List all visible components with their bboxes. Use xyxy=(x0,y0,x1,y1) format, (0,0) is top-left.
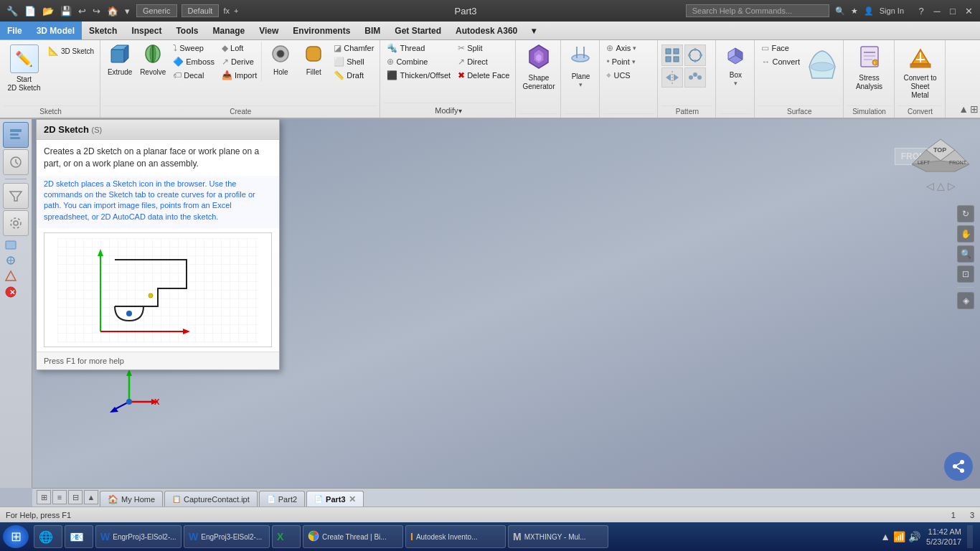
thread-button[interactable]: 🔩 Thread xyxy=(384,42,453,55)
menu-item-manage[interactable]: Manage xyxy=(206,22,253,39)
tree-item-error[interactable]: ✕ xyxy=(3,285,29,299)
taskbar-ie[interactable]: 🌐 xyxy=(34,525,62,548)
axis-dropdown-icon[interactable]: ▾ xyxy=(633,44,636,52)
menu-item-tools[interactable]: Tools xyxy=(169,22,205,39)
menu-item-file[interactable]: File xyxy=(0,22,29,39)
search-icon[interactable]: 🔍 xyxy=(835,6,845,16)
combine-button[interactable]: ⊕ Combine xyxy=(384,55,453,68)
share-button[interactable] xyxy=(944,452,973,481)
close-button[interactable]: ✕ xyxy=(961,4,976,18)
signin-label[interactable]: Sign In xyxy=(880,6,904,15)
import-button[interactable]: 📥 Import xyxy=(219,69,260,82)
chamfer-button[interactable]: ◪ Chamfer xyxy=(331,42,377,55)
systray-network-icon[interactable]: 📶 xyxy=(893,531,905,542)
shell-button[interactable]: ⬜ Shell xyxy=(331,55,377,68)
qa-redo[interactable]: ↪ xyxy=(90,4,103,18)
user-icon[interactable]: 👤 xyxy=(864,6,874,16)
taskbar-word2[interactable]: W EngProj3-ElSol2-... xyxy=(184,525,270,548)
menu-item-view[interactable]: View xyxy=(252,22,286,39)
start-2d-sketch-button[interactable]: ✏️ Start2D Sketch xyxy=(4,42,44,100)
revolve-button[interactable]: Revolve xyxy=(137,42,169,79)
draft-button[interactable]: 📏 Draft xyxy=(331,69,377,82)
maximize-button[interactable]: □ xyxy=(946,4,960,18)
qa-more[interactable]: ▾ xyxy=(123,4,132,18)
taskbar-clock[interactable]: 11:42 AM 5/23/2017 xyxy=(926,527,961,547)
menu-item-a360[interactable]: Autodesk A360 xyxy=(448,22,524,39)
menu-item-inspect[interactable]: Inspect xyxy=(124,22,169,39)
menu-item-bim[interactable]: BIM xyxy=(357,22,387,39)
fx-button[interactable]: fx xyxy=(223,6,230,15)
tab-part2[interactable]: 📄 Part2 xyxy=(259,491,305,507)
plane-dropdown-icon[interactable]: ▾ xyxy=(579,81,583,88)
tab-nav-layout[interactable]: ⊞ xyxy=(37,490,51,504)
search-input[interactable] xyxy=(686,4,829,17)
face-button[interactable]: ▭ Face xyxy=(758,42,803,55)
systray-volume-icon[interactable]: 🔊 xyxy=(908,531,920,542)
zoom-button[interactable]: 🔍 xyxy=(957,245,974,263)
plane-button[interactable]: Plane ▾ xyxy=(565,42,596,90)
qa-save[interactable]: 💾 xyxy=(58,4,74,18)
point-button[interactable]: • Point ▾ xyxy=(603,55,639,68)
taskbar-chrome[interactable]: Create Thread | Bi... xyxy=(303,525,403,548)
hole-button[interactable]: Hole xyxy=(265,42,296,79)
bookmark-icon[interactable]: ★ xyxy=(851,6,858,16)
direct-button[interactable]: ↗ Direct xyxy=(455,55,512,68)
tab-nav-list[interactable]: ≡ xyxy=(52,490,67,504)
viewcube-right-icon[interactable]: ▷ xyxy=(948,180,956,192)
tree-item-1[interactable] xyxy=(3,237,29,252)
qa-new[interactable]: 📄 xyxy=(22,4,38,18)
zoomfit-button[interactable]: ⊡ xyxy=(957,265,974,283)
qa-app-icon[interactable]: 🔧 xyxy=(4,4,20,18)
tab-nav-split[interactable]: ⊟ xyxy=(68,490,83,504)
minimize-button[interactable]: ─ xyxy=(930,4,944,18)
tree-item-2[interactable] xyxy=(3,253,29,268)
model-browser-button[interactable] xyxy=(3,122,29,148)
help-button[interactable]: ? xyxy=(914,4,928,18)
history-button[interactable] xyxy=(3,149,29,175)
filter-button[interactable] xyxy=(3,183,29,209)
taskbar-excel[interactable]: X xyxy=(272,525,301,548)
viewcube[interactable]: TOP LEFT FRONT xyxy=(912,125,969,179)
tab-part3-close[interactable]: ✕ xyxy=(349,494,356,504)
modify-dropdown[interactable]: Modify ▾ xyxy=(432,105,464,116)
taskbar-mxthingy[interactable]: M MXTHINGY - Mul... xyxy=(508,525,608,548)
qa-undo[interactable]: ↩ xyxy=(76,4,88,18)
start-3d-sketch-button[interactable]: 📐 3D Sketch xyxy=(45,44,97,57)
convert-surface-button[interactable]: ↔ Convert xyxy=(758,55,803,68)
menu-item-more[interactable]: ▾ xyxy=(524,22,543,39)
decal-button[interactable]: 🏷 Decal xyxy=(170,69,217,82)
shape-generator-button[interactable]: ShapeGenerator xyxy=(519,42,557,93)
qa-open[interactable]: 📂 xyxy=(40,4,56,18)
stress-analysis-button[interactable]: ! StressAnalysis xyxy=(853,42,885,93)
convert-sheet-metal-button[interactable]: Convert toSheet Metal xyxy=(899,42,942,102)
viewcube-up-icon[interactable]: △ xyxy=(937,180,945,192)
sweep-button[interactable]: ⤵ Sweep xyxy=(170,42,217,55)
thicken-button[interactable]: ⬛ Thicken/Offset xyxy=(384,69,453,82)
loft-button[interactable]: ◆ Loft xyxy=(219,42,260,55)
box-button[interactable]: Box ▾ xyxy=(720,42,751,89)
viewcube-left-icon[interactable]: ◁ xyxy=(926,180,934,192)
fillet-button[interactable]: Fillet xyxy=(298,42,329,79)
appearance-button[interactable]: ◈ xyxy=(957,292,974,309)
qa-return-home[interactable]: 🏠 xyxy=(105,4,121,18)
viewcube-area[interactable]: TOP LEFT FRONT ◁ △ ▷ xyxy=(908,125,973,197)
taskbar-word1[interactable]: W EngrProj3-ElSol2-... xyxy=(95,525,182,548)
ucs-button[interactable]: ⌖ UCS xyxy=(603,69,639,82)
workspace-dropdown[interactable]: Generic xyxy=(136,4,177,17)
extrude-button[interactable]: Extrude xyxy=(104,42,136,79)
point-dropdown-icon[interactable]: ▾ xyxy=(632,58,636,65)
derive-button[interactable]: ↗ Derive xyxy=(219,55,260,68)
pan-button[interactable]: ✋ xyxy=(957,225,974,242)
orbit-button[interactable]: ↻ xyxy=(957,205,974,222)
tree-item-3[interactable] xyxy=(3,269,29,283)
start-button[interactable]: ⊞ xyxy=(3,525,29,548)
menu-item-environments[interactable]: Environments xyxy=(286,22,357,39)
style-dropdown[interactable]: Default xyxy=(182,4,220,17)
axis-button[interactable]: ⊕ Axis ▾ xyxy=(603,42,639,55)
systray-up-icon[interactable]: ▲ xyxy=(880,531,890,542)
ribbon-minimize-icon[interactable]: ▲ xyxy=(958,103,969,115)
show-desktop-button[interactable] xyxy=(967,525,973,548)
menu-item-getstarted[interactable]: Get Started xyxy=(387,22,448,39)
tab-nav-up[interactable]: ▲ xyxy=(84,490,98,504)
settings-panel-button[interactable] xyxy=(3,210,29,236)
